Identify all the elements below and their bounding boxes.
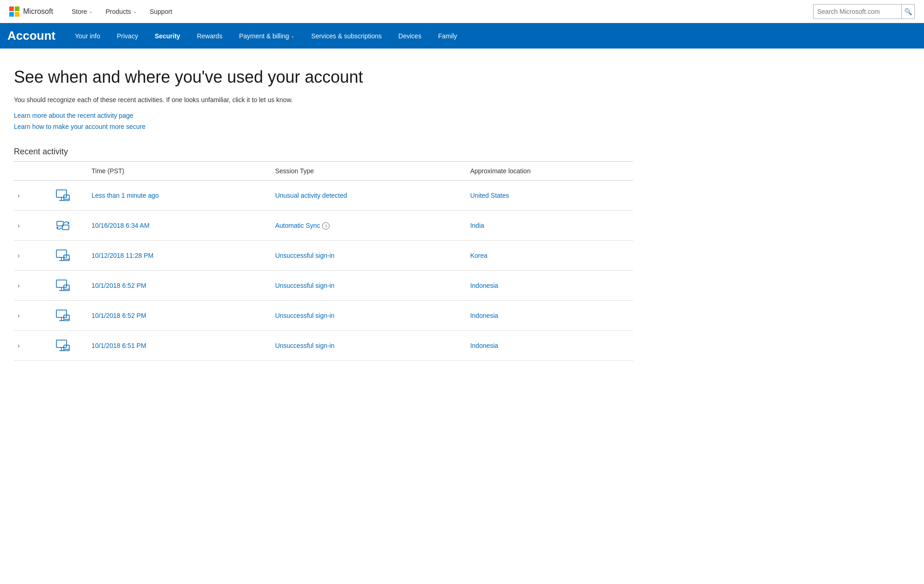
nav-devices[interactable]: Devices (390, 23, 430, 49)
search-button[interactable]: 🔍 (901, 5, 914, 18)
row-chevron: › (14, 181, 51, 211)
row-chevron: › (14, 241, 51, 271)
row-chevron: › (14, 211, 51, 241)
table-row[interactable]: › 10/1/2018 6:51 PM Unsuccessful sign-in… (14, 331, 633, 361)
svg-rect-17 (56, 310, 67, 317)
row-time[interactable]: 10/1/2018 6:52 PM (88, 271, 271, 301)
account-bar: Account Your info Privacy Security Rewar… (0, 23, 924, 49)
th-location: Approximate location (466, 162, 633, 181)
row-location[interactable]: Indonesia (466, 301, 633, 331)
page-subtitle: You should recognize each of these recen… (14, 96, 633, 103)
device-icon (55, 277, 71, 294)
th-icon (51, 162, 88, 181)
device-icon-cell (51, 301, 88, 331)
nav-family[interactable]: Family (430, 23, 465, 49)
row-location[interactable]: India (466, 211, 633, 241)
table-row[interactable]: › Less than 1 minute ago Unusual activit… (14, 181, 633, 211)
nav-rewards[interactable]: Rewards (189, 23, 231, 49)
activity-table: Time (PST) Session Type Approximate loca… (14, 161, 633, 361)
table-row[interactable]: › 10/1/2018 6:52 PM Unsuccessful sign-in… (14, 271, 633, 301)
row-session[interactable]: Unsuccessful sign-in (271, 331, 466, 361)
row-chevron: › (14, 271, 51, 301)
logo-text: Microsoft (23, 7, 53, 16)
products-chevron-icon: ⌄ (133, 9, 137, 14)
table-header-row: Time (PST) Session Type Approximate loca… (14, 162, 633, 181)
svg-rect-0 (56, 190, 67, 197)
th-chevron (14, 162, 51, 181)
svg-rect-7 (56, 250, 67, 257)
row-time[interactable]: Less than 1 minute ago (88, 181, 271, 211)
device-icon (55, 247, 71, 264)
device-icon (55, 187, 71, 204)
device-icon-cell (51, 271, 88, 301)
learn-secure-link[interactable]: Learn how to make your account more secu… (14, 123, 633, 130)
row-session[interactable]: Unsuccessful sign-in (271, 271, 466, 301)
nav-security[interactable]: Security (147, 23, 189, 49)
row-chevron: › (14, 301, 51, 331)
nav-services-subscriptions[interactable]: Services & subscriptions (303, 23, 390, 49)
row-location[interactable]: Korea (466, 241, 633, 271)
th-session: Session Type (271, 162, 466, 181)
main-content: See when and where you've used your acco… (0, 49, 647, 389)
nav-your-info[interactable]: Your info (67, 23, 109, 49)
svg-rect-22 (56, 340, 67, 347)
nav-privacy[interactable]: Privacy (109, 23, 147, 49)
nav-support[interactable]: Support (144, 0, 178, 23)
table-row[interactable]: › 10/12/2018 11:28 PM Unsuccessful sign-… (14, 241, 633, 271)
device-icon (55, 217, 71, 234)
row-location[interactable]: Indonesia (466, 271, 633, 301)
svg-rect-12 (56, 280, 67, 287)
device-icon-cell (51, 331, 88, 361)
account-title: Account (7, 29, 55, 43)
nav-products[interactable]: Products ⌄ (100, 0, 142, 23)
store-chevron-icon: ⌄ (89, 9, 92, 14)
row-session[interactable]: Unsuccessful sign-in (271, 301, 466, 331)
row-time[interactable]: 10/1/2018 6:52 PM (88, 301, 271, 331)
page-heading: See when and where you've used your acco… (14, 67, 633, 87)
row-chevron: › (14, 331, 51, 361)
table-row[interactable]: › 10/1/2018 6:52 PM Unsuccessful sign-in… (14, 301, 633, 331)
device-icon-cell (51, 211, 88, 241)
nav-payment-billing[interactable]: Payment & billing ⌄ (231, 23, 303, 49)
th-time: Time (PST) (88, 162, 271, 181)
row-session[interactable]: Unusual activity detected (271, 181, 466, 211)
device-icon (55, 337, 71, 354)
row-location[interactable]: United States (466, 181, 633, 211)
microsoft-logo[interactable]: Microsoft (9, 6, 53, 17)
search-box: 🔍 (813, 4, 915, 19)
row-session[interactable]: Automatic Synci (271, 211, 466, 241)
row-time[interactable]: 10/16/2018 6:34 AM (88, 211, 271, 241)
nav-store[interactable]: Store ⌄ (66, 0, 98, 23)
logo-grid (9, 6, 19, 17)
top-bar: Microsoft Store ⌄ Products ⌄ Support 🔍 (0, 0, 924, 23)
device-icon-cell (51, 241, 88, 271)
search-input[interactable] (814, 5, 901, 18)
learn-more-link[interactable]: Learn more about the recent activity pag… (14, 112, 633, 119)
device-icon (55, 307, 71, 324)
top-nav-links: Store ⌄ Products ⌄ Support (66, 0, 813, 23)
device-icon-cell (51, 181, 88, 211)
row-time[interactable]: 10/1/2018 6:51 PM (88, 331, 271, 361)
row-session[interactable]: Unsuccessful sign-in (271, 241, 466, 271)
row-location[interactable]: Indonesia (466, 331, 633, 361)
recent-activity-title: Recent activity (14, 147, 633, 161)
billing-chevron-icon: ⌄ (291, 33, 294, 38)
row-time[interactable]: 10/12/2018 11:28 PM (88, 241, 271, 271)
table-row[interactable]: › 10/16/2018 6:34 AM Automatic Synci Ind… (14, 211, 633, 241)
info-icon[interactable]: i (322, 222, 330, 230)
